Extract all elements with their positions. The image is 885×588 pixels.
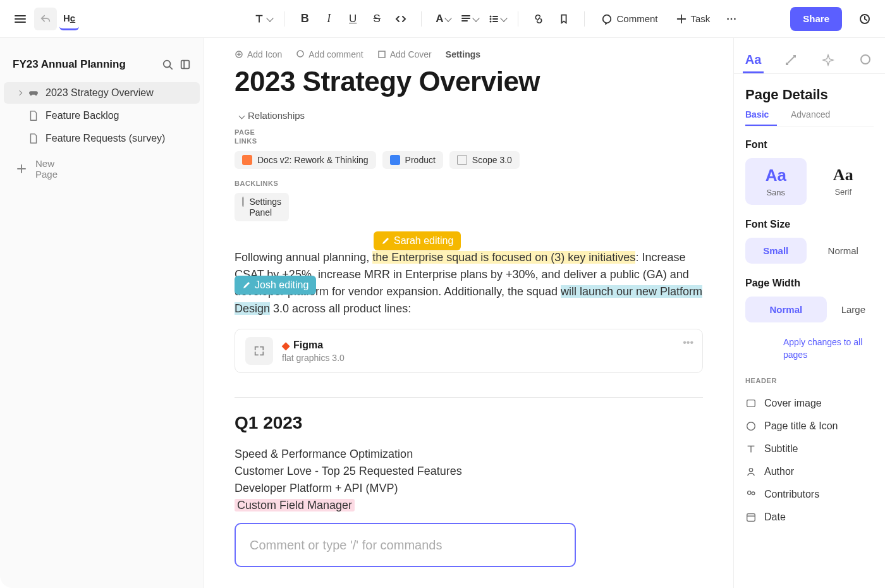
italic-icon[interactable]: I bbox=[317, 8, 340, 30]
sidebar-item-backlog[interactable]: Feature Backlog bbox=[4, 105, 200, 126]
undo-icon[interactable] bbox=[34, 8, 57, 30]
header-item-title[interactable]: Page title & Icon bbox=[745, 415, 874, 438]
image-icon bbox=[745, 398, 757, 409]
svg-point-13 bbox=[861, 55, 870, 64]
page-width-normal[interactable]: Normal bbox=[745, 297, 827, 322]
page-width-label: Page Width bbox=[745, 278, 874, 289]
product-icon bbox=[390, 155, 400, 165]
more-icon[interactable] bbox=[720, 8, 743, 30]
sidebar-item-requests[interactable]: Feature Requests (survey) bbox=[4, 128, 200, 149]
menu-icon[interactable] bbox=[9, 8, 32, 30]
header-item-author[interactable]: Author bbox=[745, 460, 874, 483]
comment-button[interactable]: Comment bbox=[594, 8, 665, 30]
pencil-icon bbox=[242, 281, 251, 290]
apply-all-link[interactable]: Apply changes to all pages bbox=[783, 336, 874, 361]
panel-heading: Page Details bbox=[745, 87, 874, 103]
svg-rect-9 bbox=[181, 61, 190, 69]
chevron-down-icon bbox=[239, 113, 245, 119]
svg-point-17 bbox=[748, 491, 751, 494]
svg-point-3 bbox=[603, 15, 611, 23]
underline-icon[interactable]: U bbox=[341, 8, 364, 30]
history-icon[interactable] bbox=[853, 8, 876, 30]
users-icon bbox=[745, 489, 757, 500]
svg-rect-19 bbox=[747, 513, 755, 521]
pencil-icon bbox=[381, 236, 390, 245]
calendar-icon bbox=[745, 511, 757, 523]
list-item[interactable]: Custom Field Manager bbox=[235, 497, 703, 514]
align-dropdown[interactable] bbox=[456, 8, 481, 30]
add-cover-action[interactable]: Add Cover bbox=[377, 49, 432, 59]
figma-embed[interactable]: ◆Figma flat graphics 3.0 ••• bbox=[235, 329, 703, 373]
subtab-basic[interactable]: Basic bbox=[745, 109, 777, 126]
list-dropdown[interactable] bbox=[484, 8, 509, 30]
page-link-chip[interactable]: Docs v2: Rework & Thinking bbox=[235, 151, 376, 169]
page-link-chip[interactable]: Product bbox=[382, 151, 443, 169]
svg-rect-12 bbox=[379, 51, 385, 58]
font-sans-option[interactable]: AaSans bbox=[745, 158, 807, 205]
svg-point-5 bbox=[731, 18, 733, 20]
tab-ai[interactable] bbox=[780, 48, 801, 73]
svg-point-2 bbox=[490, 20, 492, 22]
home-icon[interactable]: Hc bbox=[59, 8, 79, 30]
page-title[interactable]: 2023 Strategy Overview bbox=[235, 66, 703, 97]
tab-sparkle[interactable] bbox=[818, 48, 839, 73]
text-style-dropdown[interactable] bbox=[248, 8, 275, 30]
more-icon[interactable]: ••• bbox=[683, 337, 693, 348]
user-icon bbox=[745, 466, 757, 477]
header-item-subtitle[interactable]: Subtitle bbox=[745, 438, 874, 460]
svg-point-0 bbox=[490, 15, 492, 17]
share-button[interactable]: Share bbox=[790, 7, 842, 31]
font-size-small[interactable]: Small bbox=[745, 238, 807, 264]
doc-icon bbox=[457, 155, 467, 165]
list-item[interactable]: Developer Platform + API (MVP) bbox=[235, 480, 703, 497]
new-page-button[interactable]: New Page bbox=[0, 150, 204, 187]
doc-icon bbox=[242, 155, 252, 165]
tab-comments[interactable] bbox=[855, 48, 876, 73]
font-label: Font bbox=[745, 139, 874, 150]
page-link-chip[interactable]: Scope 3.0 bbox=[449, 151, 520, 169]
subtab-advanced[interactable]: Advanced bbox=[791, 109, 822, 126]
header-section-label: HEADER bbox=[745, 377, 874, 384]
header-item-date[interactable]: Date bbox=[745, 506, 874, 529]
text-icon bbox=[745, 443, 757, 455]
settings-action[interactable]: Settings bbox=[446, 49, 480, 59]
divider bbox=[235, 397, 703, 398]
svg-point-16 bbox=[749, 468, 752, 471]
comment-input[interactable]: Comment or type '/' for commands bbox=[235, 523, 576, 567]
collapse-sidebar-icon[interactable] bbox=[180, 59, 191, 70]
expand-icon[interactable] bbox=[245, 337, 273, 365]
svg-point-8 bbox=[164, 61, 171, 68]
task-button[interactable]: Task bbox=[668, 8, 718, 30]
presence-badge-sarah: Sarah editing bbox=[374, 231, 461, 250]
page-links-label: PAGE LINKS bbox=[235, 128, 270, 146]
search-icon[interactable] bbox=[162, 59, 173, 70]
backlink-chip[interactable]: Settings Panel bbox=[235, 193, 289, 222]
list-item[interactable]: Speed & Performance Optimization bbox=[235, 446, 703, 463]
font-serif-option[interactable]: AaSerif bbox=[813, 158, 874, 205]
presence-badge-josh: Josh editing bbox=[235, 276, 316, 295]
svg-point-15 bbox=[747, 422, 755, 430]
relationships-toggle[interactable]: Relationships bbox=[235, 110, 703, 121]
workspace-title: FY23 Annual Planning bbox=[13, 58, 126, 71]
tab-typography[interactable]: Aa bbox=[743, 48, 764, 73]
strikethrough-icon[interactable]: S bbox=[365, 8, 388, 30]
bold-icon[interactable]: B bbox=[293, 8, 316, 30]
font-size-normal[interactable]: Normal bbox=[813, 238, 874, 264]
svg-point-4 bbox=[728, 18, 729, 20]
code-icon[interactable] bbox=[389, 8, 412, 30]
header-item-cover[interactable]: Cover image bbox=[745, 392, 874, 415]
header-item-contributors[interactable]: Contributors bbox=[745, 483, 874, 506]
link-icon[interactable] bbox=[527, 8, 550, 30]
sidebar-item-strategy[interactable]: 2023 Strategy Overview bbox=[4, 82, 200, 104]
add-comment-action[interactable]: Add comment bbox=[296, 49, 363, 59]
text-color-dropdown[interactable]: A bbox=[430, 8, 453, 30]
q1-heading[interactable]: Q1 2023 bbox=[235, 413, 703, 433]
page-width-large[interactable]: Large bbox=[833, 297, 874, 322]
svg-rect-14 bbox=[747, 400, 755, 407]
document-icon bbox=[28, 133, 39, 144]
doc-icon bbox=[242, 197, 244, 207]
backlinks-label: BACKLINKS bbox=[235, 179, 703, 188]
list-item[interactable]: Customer Love - Top 25 Requested Feature… bbox=[235, 463, 703, 480]
add-icon-action[interactable]: Add Icon bbox=[235, 49, 282, 59]
bookmark-icon[interactable] bbox=[552, 8, 575, 30]
